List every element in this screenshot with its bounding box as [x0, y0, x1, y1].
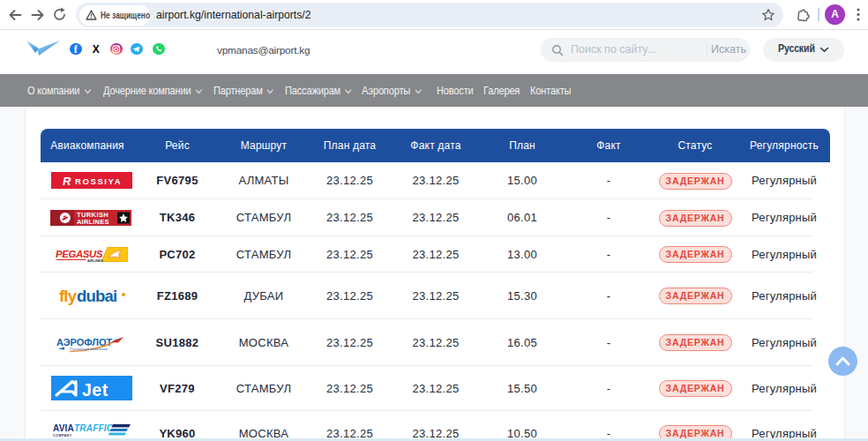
svg-text:dubai: dubai — [77, 288, 116, 305]
svg-text:AIRLINES: AIRLINES — [77, 218, 109, 226]
svg-text:Российские авиалинии: Российские авиалинии — [69, 347, 108, 351]
svg-text:COMPANY: COMPANY — [53, 433, 72, 437]
svg-text:AVIA: AVIA — [53, 423, 74, 433]
svg-text:R: R — [63, 175, 71, 188]
svg-text:Jet: Jet — [82, 380, 108, 400]
svg-text:ROSSIYA: ROSSIYA — [75, 176, 122, 186]
svg-text:TRAFFIC: TRAFFIC — [74, 423, 114, 433]
svg-text:fly: fly — [59, 288, 78, 305]
svg-text:AIRLINES: AIRLINES — [87, 258, 103, 262]
svg-text:PEGASUS: PEGASUS — [56, 249, 103, 259]
